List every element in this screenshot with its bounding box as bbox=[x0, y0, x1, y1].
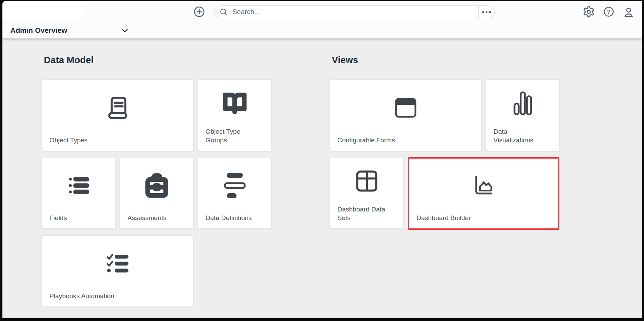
table-grid-icon bbox=[356, 170, 377, 192]
tile-label: Dashboard Builder bbox=[409, 214, 558, 228]
screenshot-frame: ? Admin Overview Data Model Views bbox=[0, 0, 644, 321]
search-box[interactable] bbox=[214, 6, 495, 18]
more-options-button[interactable] bbox=[479, 6, 494, 18]
section-title-views: Views bbox=[332, 55, 358, 66]
checklist-icon bbox=[106, 254, 129, 273]
nav-bar: Admin Overview bbox=[2, 22, 642, 39]
settings-button[interactable] bbox=[583, 6, 595, 18]
tile-label: Fields bbox=[42, 214, 108, 228]
help-button[interactable]: ? bbox=[603, 6, 614, 17]
search-input[interactable] bbox=[232, 8, 478, 16]
tile-data-visualizations[interactable]: Data Visualizations bbox=[486, 79, 559, 151]
tile-label: Object Type Groups bbox=[198, 127, 265, 151]
tile-label: Data Definitions bbox=[198, 214, 265, 228]
app-window: ? Admin Overview Data Model Views bbox=[2, 1, 642, 318]
user-button[interactable] bbox=[623, 6, 635, 18]
briefcase-icon bbox=[145, 173, 168, 198]
tile-label: Configurable Forms bbox=[330, 136, 481, 151]
view-switcher-dropdown[interactable]: Admin Overview bbox=[2, 22, 139, 38]
ellipsis-icon bbox=[481, 10, 492, 14]
search-icon bbox=[219, 8, 228, 17]
add-button[interactable] bbox=[193, 6, 205, 18]
user-icon bbox=[623, 6, 635, 18]
book-text-icon bbox=[108, 96, 127, 119]
tile-object-types[interactable]: Object Types bbox=[42, 79, 193, 151]
help-icon: ? bbox=[603, 6, 614, 17]
tile-data-definitions[interactable]: Data Definitions bbox=[198, 157, 271, 229]
tile-configurable-forms[interactable]: Configurable Forms bbox=[330, 79, 481, 151]
svg-text:?: ? bbox=[607, 9, 611, 15]
tile-label: Object Types bbox=[42, 136, 193, 151]
tile-fields[interactable]: Fields bbox=[42, 157, 115, 229]
data-bars-icon bbox=[224, 172, 246, 199]
view-switcher-label: Admin Overview bbox=[10, 26, 67, 35]
area-chart-icon bbox=[473, 175, 495, 197]
list-icon bbox=[68, 176, 90, 196]
chevron-down-icon bbox=[122, 29, 128, 32]
plus-circle-icon bbox=[193, 6, 205, 18]
tile-assessments[interactable]: Assessments bbox=[120, 157, 193, 229]
tile-dashboard-builder[interactable]: Dashboard Builder bbox=[408, 157, 559, 230]
tile-label: Dashboard Data Sets bbox=[330, 205, 396, 228]
tile-label: Playbooks Automation bbox=[42, 292, 193, 306]
logo-area bbox=[2, 1, 82, 19]
tile-label: Data Visualizations bbox=[486, 127, 552, 151]
window-icon bbox=[395, 98, 416, 118]
gear-icon bbox=[583, 6, 595, 18]
book-open-icon bbox=[223, 93, 247, 114]
tile-label: Assessments bbox=[120, 214, 186, 228]
tile-playbooks-automation[interactable]: Playbooks Automation bbox=[42, 235, 193, 307]
section-title-data-model: Data Model bbox=[44, 55, 94, 66]
tile-object-type-groups[interactable]: Object Type Groups bbox=[198, 79, 271, 151]
bar-chart-icon bbox=[513, 91, 532, 115]
tile-dashboard-data-sets[interactable]: Dashboard Data Sets bbox=[330, 157, 403, 229]
top-bar: ? bbox=[2, 1, 642, 23]
